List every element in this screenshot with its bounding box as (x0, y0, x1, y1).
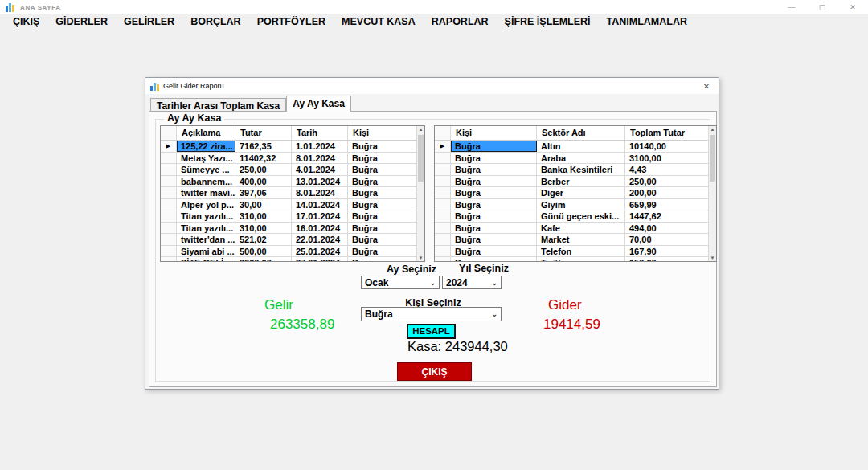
row-header[interactable] (435, 223, 451, 234)
grid-cell[interactable]: Twitter (537, 257, 625, 262)
scroll-down-icon[interactable]: ▼ (417, 255, 424, 260)
grid-cell[interactable]: 250,00 (235, 164, 292, 175)
incomes-grid[interactable]: AçıklamaTutarTarihKişi▶125,22 zira...716… (160, 125, 425, 262)
grid-cell[interactable]: Buğra (348, 164, 418, 175)
grid-cell[interactable]: Siyami abi ... (177, 246, 235, 257)
grid-cell[interactable]: Buğra (348, 199, 418, 210)
row-header[interactable] (435, 153, 451, 164)
grid-cell[interactable]: 310,00 (235, 223, 292, 234)
grid-cell[interactable]: 14.01.2024 (292, 199, 348, 210)
grid-cell[interactable]: Altın (537, 141, 625, 152)
grid-cell[interactable]: 494,00 (625, 223, 710, 234)
table-row[interactable]: SİTE GELİ...2000,0027.01.2024Buğra (161, 257, 424, 262)
row-header[interactable] (435, 164, 451, 175)
grid-cell[interactable]: 30,00 (235, 199, 292, 210)
column-header[interactable]: Sektör Adı (537, 126, 625, 140)
table-row[interactable]: BuğraAraba3100,00 (435, 153, 716, 165)
table-row[interactable]: BuğraBerber250,00 (435, 176, 716, 188)
row-header[interactable] (161, 187, 177, 198)
grid-cell[interactable]: Buğra (348, 176, 418, 187)
grid-cell[interactable]: 8.01.2024 (292, 153, 348, 164)
dialog-close-icon[interactable]: ✕ (694, 82, 719, 91)
grid-cell[interactable]: Buğra (348, 234, 418, 245)
tab-ay-ay-kasa[interactable]: Ay Ay Kasa (286, 96, 351, 112)
grid-cell[interactable]: Günü geçen eski... (537, 210, 625, 222)
vertical-scrollbar[interactable]: ▲▼ (416, 126, 424, 261)
table-row[interactable]: Titan yazılı...310,0017.01.2024Buğra (161, 210, 424, 223)
table-row[interactable]: ▶125,22 zira...7162,351.01.2024Buğra (161, 141, 424, 153)
table-row[interactable]: BuğraBanka Kesintileri4,43 (435, 164, 716, 176)
menu-item-borçlar[interactable]: BORÇLAR (182, 16, 249, 27)
grid-cell[interactable]: 1.01.2024 (292, 141, 348, 152)
column-header[interactable]: Kişi (451, 126, 537, 140)
grid-cell[interactable]: Titan yazılı... (177, 223, 235, 234)
scrollbar-thumb[interactable] (418, 135, 424, 182)
table-row[interactable]: Metaş Yazı...11402,328.01.2024Buğra (161, 153, 424, 165)
grid-cell[interactable]: Buğra (348, 257, 418, 262)
column-header[interactable]: Kişi (348, 126, 418, 140)
sector-totals-grid[interactable]: KişiSektör AdıToplam Tutar▶BuğraAltın101… (434, 125, 717, 262)
table-row[interactable]: BuğraTelefon167,90 (435, 246, 716, 258)
close-button[interactable]: ✕ (837, 0, 868, 14)
row-header[interactable] (435, 257, 451, 262)
scroll-up-icon[interactable]: ▲ (417, 127, 424, 132)
grid-cell[interactable] (161, 126, 177, 140)
grid-cell[interactable]: Buğra (451, 164, 537, 175)
grid-cell[interactable]: 1447,62 (625, 210, 710, 222)
grid-cell[interactable]: babannem... (177, 176, 235, 187)
table-row[interactable]: BuğraDiğer200,00 (435, 187, 716, 199)
grid-cell[interactable] (435, 126, 451, 140)
grid-cell[interactable]: 17.01.2024 (292, 210, 348, 222)
row-header[interactable] (435, 234, 451, 245)
grid-cell[interactable]: 13.01.2024 (292, 176, 348, 187)
grid-cell[interactable]: Buğra (348, 153, 418, 164)
scrollbar-thumb[interactable] (710, 135, 715, 182)
grid-cell[interactable]: 4.01.2024 (292, 164, 348, 175)
row-header[interactable] (161, 164, 177, 175)
row-header[interactable] (435, 187, 451, 198)
grid-cell[interactable]: Metaş Yazı... (177, 153, 235, 164)
row-header[interactable] (435, 199, 451, 210)
grid-cell[interactable]: Buğra (451, 257, 537, 262)
menu-item-şi̇fre-i̇şlemleri̇[interactable]: ŞİFRE İŞLEMLERİ (497, 16, 599, 27)
yil-combobox[interactable]: 2024 ⌄ (442, 276, 502, 289)
grid-cell[interactable]: 250,00 (625, 176, 710, 187)
table-row[interactable]: babannem...400,0013.01.2024Buğra (161, 176, 424, 188)
row-header[interactable] (161, 223, 177, 234)
grid-cell[interactable]: Buğra (348, 141, 418, 152)
grid-cell[interactable]: Buğra (451, 223, 537, 234)
menu-item-tanimlamalar[interactable]: TANIMLAMALAR (599, 16, 695, 27)
table-row[interactable]: BuğraGiyim659,99 (435, 199, 716, 211)
grid-cell[interactable]: Buğra (348, 246, 418, 257)
grid-cell[interactable]: Buğra (348, 223, 418, 234)
column-header[interactable]: Tutar (235, 126, 292, 140)
grid-cell[interactable]: 27.01.2024 (292, 257, 348, 262)
grid-cell[interactable]: Buğra (451, 210, 537, 222)
grid-cell[interactable]: Alper yol p... (177, 199, 235, 210)
grid-cell[interactable]: Buğra (348, 210, 418, 222)
grid-cell[interactable]: Buğra (451, 187, 537, 198)
kisi-combobox[interactable]: Buğra ⌄ (361, 307, 502, 321)
grid-cell[interactable]: Buğra (451, 176, 537, 187)
grid-cell[interactable]: Telefon (537, 246, 625, 257)
grid-cell[interactable]: Buğra (451, 246, 537, 257)
menu-item-geli̇rler[interactable]: GELİRLER (116, 16, 182, 27)
row-header[interactable] (435, 246, 451, 257)
scroll-down-icon[interactable]: ▼ (709, 255, 716, 260)
grid-cell[interactable]: 22.01.2024 (292, 234, 348, 245)
table-row[interactable]: BuğraGünü geçen eski...1447,62 (435, 210, 716, 223)
table-row[interactable]: BuğraKafe494,00 (435, 223, 716, 235)
grid-cell[interactable]: 397,06 (235, 187, 292, 198)
grid-cell[interactable]: Banka Kesintileri (537, 164, 625, 175)
grid-cell[interactable]: Kafe (537, 223, 625, 234)
grid-cell[interactable]: SİTE GELİ... (177, 257, 235, 262)
grid-cell[interactable]: Berber (537, 176, 625, 187)
grid-cell[interactable]: Araba (537, 153, 625, 164)
grid-cell[interactable]: 310,00 (235, 210, 292, 222)
grid-cell[interactable]: 4,43 (625, 164, 710, 175)
grid-cell[interactable]: Sümeyye ... (177, 164, 235, 175)
grid-cell[interactable]: 2000,00 (235, 257, 292, 262)
tab-tarihler-arası-toplam-kasa[interactable]: Tarihler Arası Toplam Kasa (150, 98, 286, 112)
grid-cell[interactable]: 10140,00 (625, 141, 710, 152)
row-header[interactable]: ▶ (161, 141, 177, 152)
